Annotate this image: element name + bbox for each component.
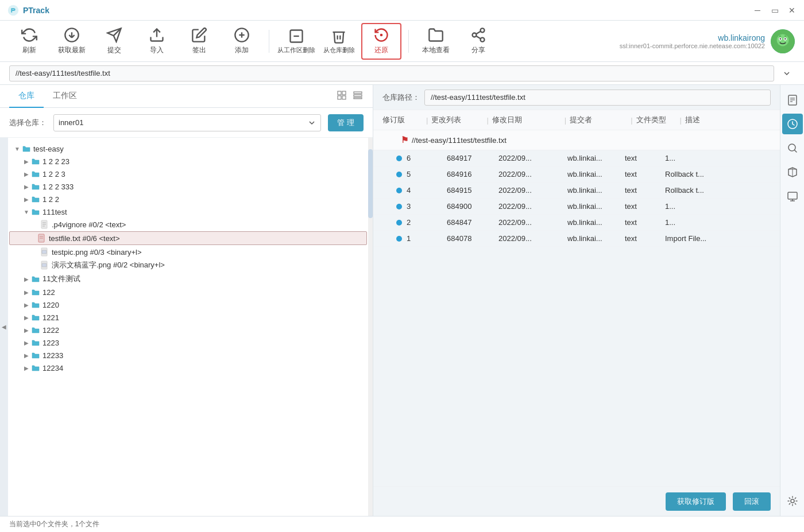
toolbar-share[interactable]: 分享 [458, 23, 498, 60]
toolbar-remove-depot[interactable]: 从仓库删除 [319, 23, 359, 60]
sidebar-workspace[interactable] [782, 186, 803, 207]
folder-icon [31, 363, 40, 372]
cell-user: wb.linkai... [567, 170, 625, 178]
toolbar-remove-workspace[interactable]: 从工作区删除 [276, 23, 316, 60]
tree-node-1222[interactable]: ▶ 1222 [8, 324, 368, 336]
svg-rect-30 [354, 98, 362, 99]
folder-icon [31, 157, 40, 166]
toolbar-local-view[interactable]: 本地查看 [416, 23, 456, 60]
chevron-icon: ▶ [22, 363, 31, 372]
toolbar-refresh[interactable]: 刷新 [9, 23, 49, 60]
svg-rect-23 [784, 35, 786, 37]
toolbar-add[interactable]: 添加 [222, 23, 262, 60]
history-row-5[interactable]: 5 684916 2022/09... wb.linkai... text Ro… [373, 166, 780, 182]
titlebar: PTrack ─ ▭ ✕ [0, 0, 804, 21]
tree-node-yanshi[interactable]: 演示文稿蓝字.png #0/2 <binary+l> [8, 258, 368, 272]
tree-node-12234[interactable]: ▶ 12234 [8, 362, 368, 374]
tree-root-node[interactable]: ▼ test-easy [8, 142, 368, 155]
fetch-icon [64, 27, 80, 43]
cell-type: text [625, 218, 665, 227]
history-row-4[interactable]: 4 684915 2022/09... wb.linkai... text Ro… [373, 182, 780, 199]
depot-selector[interactable]: inner01 [53, 114, 321, 131]
cell-date: 2022/09... [498, 154, 567, 162]
col-header-type: 文件类型 [636, 115, 677, 125]
cell-cl: 684847 [447, 218, 498, 227]
cell-date: 2022/09... [498, 202, 567, 211]
file-info-icon [787, 94, 798, 106]
scrollbar-thumb[interactable] [368, 149, 373, 218]
toolbar-fetch[interactable]: 获取最新 [52, 23, 92, 60]
view-toggle-list[interactable] [352, 90, 364, 103]
history-row-6[interactable]: 6 684917 2022/09... wb.linkai... text 1.… [373, 150, 780, 166]
image-file-icon [40, 247, 49, 257]
selector-chevron-icon [308, 119, 316, 127]
chevron-icon: ▶ [22, 195, 31, 204]
tree-node-12233[interactable]: ▶ 12233 [8, 349, 368, 362]
sidebar-depot[interactable] [782, 162, 803, 182]
tree-node-111test[interactable]: ▼ 111test [8, 205, 368, 218]
tree-node-11filetest[interactable]: ▶ 11文件测试 [8, 272, 368, 286]
cell-desc: Rollback t... [665, 170, 771, 178]
tree-node-testpic[interactable]: testpic.png #0/3 <binary+l> [8, 246, 368, 258]
toolbar-submit[interactable]: 提交 [94, 23, 134, 60]
tree-node-1223b[interactable]: ▶ 1223 [8, 336, 368, 349]
local-view-icon [428, 27, 444, 43]
cell-type: text [625, 154, 665, 162]
remove-depot-icon [331, 28, 347, 44]
history-row-1[interactable]: 1 684078 2022/09... wb.linkai... text Im… [373, 231, 780, 247]
toolbar-import[interactable]: 导入 [137, 23, 177, 60]
depot-path-input[interactable] [424, 90, 771, 106]
folder-icon [31, 274, 40, 284]
tree-node-1221[interactable]: ▶ 1221 [8, 311, 368, 324]
tree-node-122b[interactable]: ▶ 122 [8, 286, 368, 298]
svg-line-48 [794, 150, 797, 153]
tree-node-12223[interactable]: ▶ 1 2 2 23 [8, 155, 368, 168]
revision-dot [396, 188, 402, 193]
tree-node-p4vignore[interactable]: .p4vignore #0/2 <text> [8, 218, 368, 231]
avatar[interactable] [771, 29, 795, 53]
get-revision-button[interactable]: 获取修订版 [666, 492, 726, 511]
footer: 当前选中0个文件夹，1个文件 [0, 516, 804, 532]
cell-rev: 5 [407, 170, 447, 178]
tree-node-testfile[interactable]: testfile.txt #0/6 <text> [9, 231, 367, 245]
toolbar-revert[interactable]: 还原 [361, 23, 401, 60]
cell-user: wb.linkai... [567, 218, 625, 227]
rollback-button[interactable]: 回滚 [733, 492, 771, 511]
tab-workspace[interactable]: 工作区 [44, 85, 86, 108]
user-details: wb.linkairong ssl:inner01-commit.perforc… [620, 33, 765, 49]
folder-icon [22, 144, 31, 153]
tab-depot[interactable]: 仓库 [9, 85, 44, 108]
add-icon [234, 27, 250, 43]
view-toggle-grid[interactable] [336, 90, 347, 103]
svg-point-54 [791, 499, 794, 503]
toolbar-divider-1 [269, 30, 269, 53]
tree-scrollbar[interactable] [368, 138, 373, 516]
history-row-3[interactable]: 3 684900 2022/09... wb.linkai... text 1.… [373, 199, 780, 215]
collapse-arrow[interactable]: ◀ [0, 138, 8, 516]
sidebar-file-info[interactable] [782, 90, 803, 110]
path-input[interactable] [9, 65, 774, 81]
history-table-header: 修订版 | 更改列表 | 修改日期 | 提交者 | 文件类型 | 描述 [373, 110, 780, 130]
tree-node-1220[interactable]: ▶ 1220 [8, 298, 368, 311]
tab-icons [336, 90, 364, 103]
tree-node-122333[interactable]: ▶ 1 2 2 333 [8, 180, 368, 193]
tree-node-1223[interactable]: ▶ 1 2 2 3 [8, 168, 368, 180]
file-modified-icon [37, 234, 47, 243]
cell-date: 2022/09... [498, 218, 567, 227]
tree-node-122[interactable]: ▶ 1 2 2 [8, 193, 368, 205]
toolbar-checkout[interactable]: 签出 [179, 23, 219, 60]
minimize-button[interactable]: ─ [752, 5, 763, 15]
close-button[interactable]: ✕ [787, 5, 797, 15]
path-dropdown-button[interactable] [779, 65, 795, 81]
history-row-2[interactable]: 2 684847 2022/09... wb.linkai... text 1.… [373, 215, 780, 231]
sidebar-settings[interactable] [782, 491, 803, 511]
history-icon [787, 118, 798, 130]
manage-button[interactable]: 管 理 [328, 114, 364, 131]
folder-icon [31, 300, 40, 309]
submit-icon [106, 27, 122, 43]
cell-type: text [625, 202, 665, 211]
sidebar-history[interactable] [782, 114, 803, 134]
svg-rect-41 [42, 263, 47, 267]
sidebar-search[interactable] [782, 138, 803, 158]
maximize-button[interactable]: ▭ [770, 5, 780, 15]
